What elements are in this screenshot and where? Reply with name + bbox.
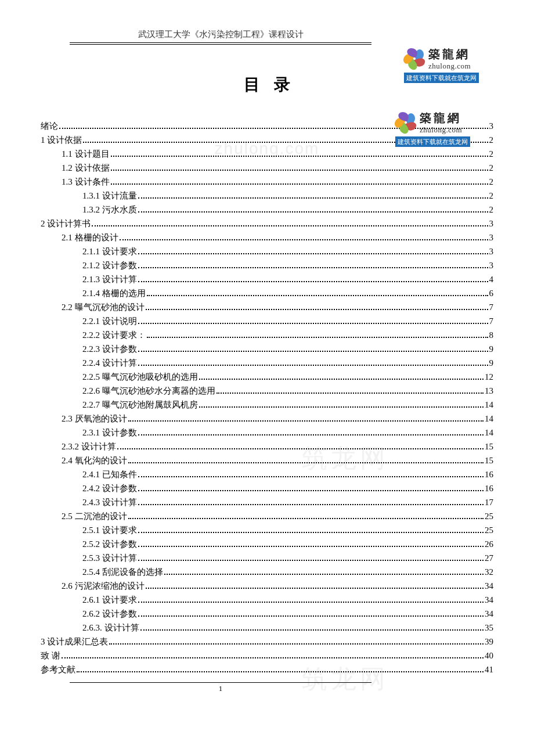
toc-dots <box>111 170 488 171</box>
toc-dots <box>146 309 488 310</box>
toc-dots <box>138 434 484 435</box>
toc-page: 16 <box>485 467 493 481</box>
toc-row: 2.6.3. 设计计算35 <box>41 621 493 635</box>
toc-label: 2.3.1 设计参数 <box>82 426 137 440</box>
toc-dots <box>138 504 484 505</box>
toc-page: 40 <box>485 649 493 663</box>
toc-label: 2.6.3. 设计计算 <box>82 621 139 635</box>
toc-row: 2.6 污泥浓缩池的设计34 <box>41 579 493 593</box>
toc-row: 1.3 设计条件2 <box>41 175 493 189</box>
toc-page: 7 <box>489 314 494 328</box>
toc-label: 1.1 设计题目 <box>62 147 110 161</box>
toc-row: 2.2.1 设计说明7 <box>41 314 493 328</box>
toc-row: 2.3.1 设计参数14 <box>41 426 493 440</box>
toc-dots <box>109 643 484 645</box>
toc-label: 2.3.2 设计计算 <box>62 440 116 453</box>
toc-page: 14 <box>485 426 493 440</box>
header-text: 武汉理工大学《水污染控制工程》课程设计 <box>70 29 371 43</box>
toc-page: 2 <box>489 133 494 147</box>
toc-page: 35 <box>485 621 493 635</box>
toc-label: 2.5.1 设计要求 <box>82 523 137 537</box>
toc-dots <box>138 365 488 366</box>
toc-label: 2.2.4 设计计算 <box>82 356 137 370</box>
toc-page: 26 <box>485 537 493 551</box>
toc-page: 14 <box>485 398 493 412</box>
toc-page: 2 <box>489 189 494 203</box>
toc-dots <box>217 393 484 394</box>
table-of-contents: 绪论31 设计依据21.1 设计题目21.2 设计依据21.3 设计条件21.3… <box>41 119 493 676</box>
toc-row: 致 谢40 <box>41 649 493 663</box>
toc-row: 2.2.6 曝气沉砂池砂水分离器的选用13 <box>41 384 493 398</box>
toc-row: 2.5.1 设计要求25 <box>41 523 493 537</box>
toc-page: 2 <box>489 147 494 161</box>
toc-label: 1.2 设计依据 <box>62 161 110 175</box>
toc-dots <box>199 406 484 408</box>
header-underline <box>70 44 371 45</box>
toc-row: 2.4.3 设计计算17 <box>41 495 493 509</box>
toc-row: 1.3.1 设计流量2 <box>41 189 493 203</box>
toc-label: 2.5.4 刮泥设备的选择 <box>82 565 163 579</box>
toc-dots <box>138 323 488 324</box>
logo-cn-text: 築龍網 <box>420 110 462 125</box>
toc-page: 34 <box>485 607 493 621</box>
toc-row: 2.2.2 设计要求：8 <box>41 328 493 342</box>
toc-row: 2.6.2 设计参数34 <box>41 607 493 621</box>
toc-row: 2.6.1 设计要求34 <box>41 593 493 607</box>
toc-label: 2 设计计算书 <box>41 217 91 231</box>
toc-row: 2.2.4 设计计算9 <box>41 356 493 370</box>
toc-dots <box>138 546 484 547</box>
toc-label: 1.3.2 污水水质 <box>82 203 137 217</box>
page-number: 1 <box>70 682 371 693</box>
toc-dots <box>138 560 484 561</box>
toc-dots <box>111 183 488 185</box>
toc-page: 2 <box>489 203 494 217</box>
toc-label: 2.2 曝气沉砂池的设计 <box>62 300 145 314</box>
toc-page: 9 <box>489 356 494 370</box>
toc-page: 15 <box>485 440 493 453</box>
toc-dots <box>138 476 484 477</box>
logo-en-text: zhulong.com <box>428 62 471 71</box>
toc-dots <box>138 490 484 491</box>
toc-label: 2.5 二沉池的设计 <box>62 509 127 523</box>
toc-row: 2 设计计算书3 <box>41 217 493 231</box>
toc-dots <box>128 420 484 422</box>
toc-page: 8 <box>489 328 494 342</box>
toc-page: 34 <box>485 579 493 593</box>
toc-row: 2.1.4 格栅的选用6 <box>41 286 493 300</box>
toc-page: 2 <box>489 175 494 189</box>
toc-row: 2.1 格栅的设计3 <box>41 231 493 244</box>
toc-label: 1.3.1 设计流量 <box>82 189 137 203</box>
toc-page: 3 <box>489 217 494 231</box>
toc-dots <box>120 239 488 240</box>
toc-label: 参考文献 <box>41 663 75 676</box>
toc-page: 3 <box>489 119 494 133</box>
toc-label: 2.2.7 曝气沉砂池附属鼓风机房 <box>82 398 198 412</box>
toc-page: 6 <box>489 286 494 300</box>
toc-dots <box>111 156 488 157</box>
toc-row: 2.2 曝气沉砂池的设计7 <box>41 300 493 314</box>
toc-label: 致 谢 <box>41 649 60 663</box>
toc-page: 32 <box>485 565 493 579</box>
toc-label: 2.1.2 设计参数 <box>82 258 137 272</box>
toc-label: 2.6.1 设计要求 <box>82 593 137 607</box>
toc-row: 2.5.3 设计计算27 <box>41 551 493 565</box>
toc-label: 2.2.5 曝气沉砂池吸砂机的选用 <box>82 370 198 384</box>
toc-dots <box>138 281 488 282</box>
toc-page: 25 <box>485 509 493 523</box>
toc-row: 2.2.7 曝气沉砂池附属鼓风机房14 <box>41 398 493 412</box>
toc-row: 2.5.4 刮泥设备的选择32 <box>41 565 493 579</box>
logo-mid: 築龍網 zhulong.com 建筑资料下载就在筑龙网 <box>395 110 470 147</box>
toc-row: 1.3.2 污水水质2 <box>41 203 493 217</box>
toc-page: 9 <box>489 342 494 356</box>
toc-dots <box>138 532 484 533</box>
toc-label: 3 设计成果汇总表 <box>41 635 108 649</box>
toc-dots <box>147 295 488 296</box>
logo-top: 築龍網 zhulong.com 建筑资料下载就在筑龙网 <box>404 46 479 83</box>
toc-label: 2.4.3 设计计算 <box>82 495 137 509</box>
toc-dots <box>138 615 484 617</box>
toc-dots <box>128 518 484 519</box>
toc-label: 2.1.4 格栅的选用 <box>82 286 146 300</box>
toc-label: 绪论 <box>41 119 58 133</box>
toc-dots <box>138 351 488 352</box>
toc-page: 34 <box>485 593 493 607</box>
